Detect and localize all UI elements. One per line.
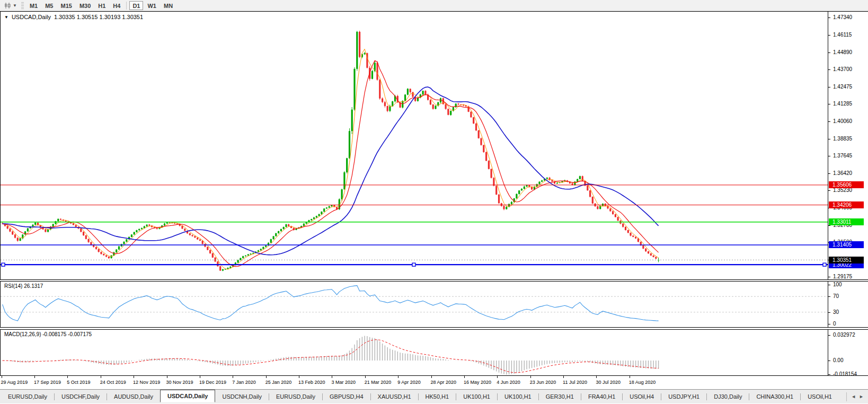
- price-tick-label: 1.36420: [833, 170, 852, 177]
- axis-tick: [828, 361, 830, 361]
- chart-tab-xauusd-h1[interactable]: XAUUSD,H1: [371, 391, 418, 402]
- chart-tab-audusd-daily[interactable]: AUDUSD,Daily: [107, 391, 160, 402]
- axis-tick: [828, 121, 830, 122]
- chart-tab-dj30-daily[interactable]: DJ30,Daily: [707, 391, 749, 402]
- axis-tick: [828, 87, 830, 87]
- date-tick: [596, 376, 597, 378]
- chart-tab-ger30-h1[interactable]: GER30,H1: [539, 391, 581, 402]
- candlestick-chart-icon: [4, 2, 12, 9]
- fast-ma-line: [3, 49, 659, 269]
- chevron-down-icon: ▼: [13, 1, 17, 10]
- line-handle[interactable]: [823, 263, 826, 266]
- mid-ma-line: [3, 60, 659, 266]
- date-tick-label: 9 Apr 2020: [397, 380, 421, 385]
- timeframe-button-M5[interactable]: M5: [42, 1, 56, 10]
- timeframe-button-MN[interactable]: MN: [161, 1, 176, 10]
- rsi-indicator-chart[interactable]: [1, 282, 828, 327]
- axis-tick: [828, 190, 830, 191]
- date-tick: [200, 376, 200, 378]
- price-badge-1.35606: 1.35606: [829, 181, 864, 188]
- macd-indicator-chart[interactable]: [1, 330, 828, 375]
- price-tick-label: 0: [833, 321, 836, 327]
- macd-label: MACD(12,26,9) -0.008175 -0.007175: [4, 331, 92, 337]
- rsi-line: [3, 286, 659, 321]
- horizontal-line-1.30022[interactable]: [1, 263, 828, 266]
- axis-tick: [828, 35, 830, 36]
- chart-tab-uk100-h1[interactable]: UK100,H1: [498, 391, 538, 402]
- tab-scroll-right-icon[interactable]: ►: [859, 394, 864, 399]
- price-tick-label: 1.41285: [833, 101, 852, 107]
- price-axis[interactable]: 1.473401.461151.448901.437001.424751.412…: [828, 12, 868, 279]
- price-tick-label: 1.44890: [833, 49, 852, 56]
- chart-tab-eurusd-daily[interactable]: EURUSD,Daily: [1, 391, 54, 402]
- axis-tick: [828, 285, 830, 285]
- chart-tab-usdjpy-h1[interactable]: USDJPY,H1: [661, 391, 706, 402]
- chart-tab-usdcad-daily[interactable]: USDCAD,Daily: [160, 390, 215, 402]
- chart-tab-usoil-h1[interactable]: USOil,H1: [801, 391, 839, 402]
- chart-tabs-bar: EURUSD,DailyUSDCHF,DailyAUDUSD,DailyUSDC…: [0, 389, 868, 403]
- mt4-chart-window: ▼ M1M5M15M30H1H4D1W1MN ▼ USDCAD,Daily 1.…: [0, 0, 868, 404]
- line-handle[interactable]: [412, 263, 415, 266]
- macd-signal-line: [3, 340, 659, 373]
- chart-tab-uk100-h1[interactable]: UK100,H1: [456, 391, 497, 402]
- date-tick-label: 28 Apr 2020: [431, 380, 457, 385]
- main-price-panel: ▼ USDCAD,Daily 1.30335 1.30515 1.30193 1…: [0, 11, 868, 280]
- rsi-panel: RSI(14) 26.1317 10070300: [0, 281, 868, 328]
- timeframe-button-H1[interactable]: H1: [95, 1, 109, 10]
- line-handle[interactable]: [2, 263, 5, 266]
- main-price-chart[interactable]: [1, 12, 828, 279]
- date-tick-label: 30 Nov 2019: [166, 380, 193, 385]
- timeframe-button-M30[interactable]: M30: [76, 1, 94, 10]
- date-tick: [398, 376, 398, 378]
- chart-tab-fra40-h1[interactable]: FRA40,H1: [581, 391, 622, 402]
- chart-tab-hk50-h1[interactable]: HK50,H1: [419, 391, 456, 402]
- date-tick-label: 19 Dec 2019: [199, 380, 226, 385]
- axis-tick: [828, 324, 830, 324]
- date-tick-label: 23 Jun 2020: [530, 380, 556, 385]
- price-tick-label: 1.47340: [833, 14, 852, 21]
- rsi-label: RSI(14) 26.1317: [4, 283, 43, 289]
- price-tick-label: 1.40060: [833, 118, 852, 125]
- date-tick: [530, 376, 531, 378]
- price-tick-label: 1.43700: [833, 66, 852, 73]
- price-tick-label: 1.42475: [833, 84, 852, 90]
- axis-tick: [828, 173, 830, 174]
- price-tick-label: 1.37645: [833, 153, 852, 159]
- price-badge-1.30351: 1.30351: [829, 257, 864, 264]
- date-tick-label: 21 Mar 2020: [365, 380, 392, 385]
- price-tick-label: 1.38835: [833, 136, 852, 142]
- chart-type-button[interactable]: ▼: [2, 1, 19, 10]
- chart-tab-china300-h1[interactable]: CHINA300,H1: [749, 391, 800, 402]
- chart-tab-gbpusd-h4[interactable]: GBPUSD,H4: [323, 391, 370, 402]
- symbol-dropdown-caret[interactable]: ▼: [4, 15, 8, 20]
- date-tick-label: 5 Oct 2019: [67, 380, 90, 385]
- timeframe-toolbar: ▼ M1M5M15M30H1H4D1W1MN: [0, 0, 868, 11]
- timeframe-button-W1[interactable]: W1: [144, 1, 160, 10]
- chart-tab-usoil-h4[interactable]: USOil,H4: [623, 391, 661, 402]
- date-tick-label: 7 Jan 2020: [232, 380, 256, 385]
- chart-tab-eurusd-daily[interactable]: EURUSD,Daily: [269, 391, 322, 402]
- price-tick-label: 70: [833, 293, 839, 300]
- macd-panel: MACD(12,26,9) -0.008175 -0.007175 0.0329…: [0, 329, 868, 376]
- timeframe-button-M1[interactable]: M1: [26, 1, 41, 10]
- chart-title: ▼ USDCAD,Daily 1.30335 1.30515 1.30193 1…: [4, 14, 143, 20]
- toolbar-separator: [126, 2, 127, 10]
- tab-scroll-left-icon[interactable]: ◄: [851, 394, 856, 399]
- price-tick-label: 30: [833, 309, 839, 315]
- chart-tab-usdchf-daily[interactable]: USDCHF,Daily: [55, 391, 107, 402]
- toolbar-grip[interactable]: [21, 2, 24, 9]
- date-tick-label: 29 Aug 2019: [1, 380, 28, 385]
- date-tick: [233, 376, 233, 378]
- price-badge-1.31405: 1.31405: [829, 241, 864, 248]
- timeframe-button-H4[interactable]: H4: [110, 1, 123, 10]
- price-badge-1.33011: 1.33011: [829, 218, 864, 225]
- price-tick-label: 100: [833, 282, 842, 288]
- price-tick-label: 1.29175: [833, 274, 852, 280]
- price-tick-label: 0.032972: [833, 332, 855, 338]
- date-tick: [365, 376, 366, 378]
- timeframe-button-D1[interactable]: D1: [129, 1, 143, 10]
- timeframe-button-M15[interactable]: M15: [57, 1, 75, 10]
- chart-tab-usdcnh-daily[interactable]: USDCNH,Daily: [215, 391, 269, 402]
- date-axis[interactable]: 29 Aug 201917 Sep 20195 Oct 201924 Oct 2…: [0, 376, 868, 389]
- date-tick-label: 16 May 2020: [464, 380, 491, 385]
